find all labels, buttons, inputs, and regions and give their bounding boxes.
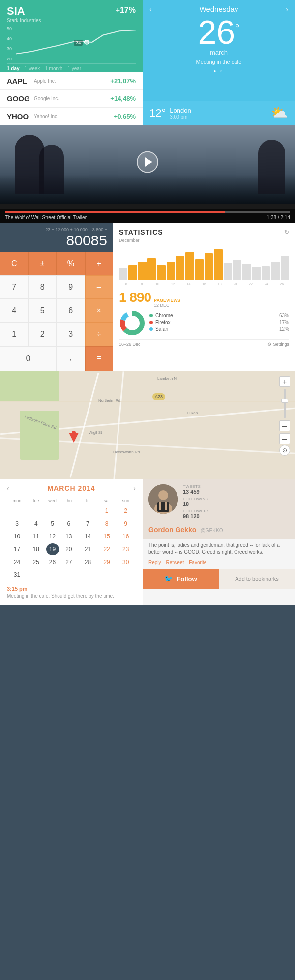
weather-small: 12° London 3:00 pm ⛅ [143,101,295,125]
calc-btn-plusminus[interactable]: ± [29,252,57,275]
map-street-label-4: Hacksworth Rd [113,450,140,454]
cal-day[interactable]: 10 [8,531,26,542]
cal-day[interactable]: 27 [60,556,78,568]
cal-day[interactable]: 17 [8,543,26,555]
cal-day-today[interactable]: 19 [46,543,59,555]
tw-follow-button[interactable]: 🐦 Follow [143,569,219,589]
cal-day[interactable]: 20 [60,543,78,555]
pageviews-date: 12 DEC [154,303,180,308]
stock-item-goog[interactable]: GOOG Google Inc. +14,48% [0,90,143,108]
map-road-2 [113,371,124,479]
cal-day[interactable]: 29 [98,556,116,568]
stock-timeframe: 1 day 1 week 1 month 1 year [7,63,136,72]
cal-day[interactable]: 4 [27,518,45,530]
calc-btn-5[interactable]: 5 [29,299,57,323]
calc-btn-comma[interactable]: , [57,346,85,371]
stock-pct-yhoo: +0,65% [114,113,136,120]
calc-btn-minus[interactable]: – [85,275,114,299]
map-zoom-out-btn-2[interactable]: – [279,433,290,444]
calc-btn-equals[interactable]: = [85,346,114,371]
cal-day[interactable]: 31 [8,569,26,581]
calc-btn-c[interactable]: C [0,252,29,275]
calc-btn-plus[interactable]: + [85,252,114,275]
bar-8 [185,252,194,280]
weather-event: Meeting in the cafe [149,59,288,65]
safari-name: Safari [155,327,168,332]
cal-day[interactable]: 3 [8,518,26,530]
stats-settings-btn[interactable]: ⚙ Settings [267,342,289,347]
chart-yaxis: 50 40 30 20 [7,26,12,61]
cal-day[interactable]: 9 [117,518,135,530]
cal-prev-btn[interactable]: ‹ [7,484,9,492]
cal-day[interactable]: 26 [46,556,59,568]
timeframe-1year[interactable]: 1 year [67,66,81,71]
calc-btn-0[interactable]: 0 [0,346,57,371]
cal-day[interactable]: 30 [117,556,135,568]
calc-btn-8[interactable]: 8 [29,275,57,299]
tw-favorite-btn[interactable]: Favorite [189,560,206,565]
calc-btn-4[interactable]: 4 [0,299,29,323]
map-zoom-out-btn-1[interactable]: – [279,420,290,431]
calc-btn-7[interactable]: 7 [0,275,29,299]
tw-bookmark-button[interactable]: Add to bookmarks [219,569,295,589]
bar-3 [138,262,147,281]
video-time: 1:38 / 2:14 [267,215,290,220]
cal-day[interactable]: 14 [79,531,97,542]
calc-btn-divide[interactable]: ÷ [85,323,114,346]
weather-small-temp: 12° [149,107,166,119]
weather-column: ‹ Wednesday › 26° march Meeting in the c… [143,0,295,125]
refresh-icon[interactable]: ↻ [284,229,289,236]
stock-item-aapl[interactable]: AAPL Apple Inc. +21,07% [0,72,143,90]
cal-day[interactable]: 5 [46,518,59,530]
cal-header-row: mon tue wed thu fri sat sun [8,497,135,504]
calc-btn-multiply[interactable]: × [85,299,114,323]
cal-day[interactable]: 28 [79,556,97,568]
calc-result: 80085 [6,232,107,249]
weather-next-btn[interactable]: › [286,5,288,13]
cal-day[interactable]: 24 [8,556,26,568]
video-player: The Wolf of Wall Street Official Trailer… [0,125,295,223]
stats-pageviews: 1 890 PAGEVIEWS 12 DEC [119,290,289,308]
timeframe-1month[interactable]: 1 month [45,66,62,71]
cal-day[interactable]: 1 [98,505,116,517]
timeframe-1week[interactable]: 1 week [25,66,40,71]
cal-day[interactable]: 18 [27,543,45,555]
cal-day[interactable]: 21 [79,543,97,555]
cal-day[interactable]: 25 [27,556,45,568]
cal-day[interactable]: 8 [98,518,116,530]
calc-btn-percent[interactable]: % [57,252,85,275]
stock-item-yhoo[interactable]: YHOO Yahoo! Inc. +0,65% [0,108,143,125]
tw-retweet-btn[interactable]: Retweet [166,560,184,565]
tw-reply-btn[interactable]: Reply [148,560,161,565]
video-progress-bar[interactable] [5,211,290,213]
cal-day[interactable]: 15 [98,531,116,542]
cal-day[interactable]: 22 [98,543,116,555]
calc-btn-2[interactable]: 2 [29,323,57,346]
cal-next-btn[interactable]: › [133,484,136,492]
cal-day[interactable]: 6 [60,518,78,530]
calc-btn-3[interactable]: 3 [57,323,85,346]
calc-btn-9[interactable]: 9 [57,275,85,299]
twitter-bird-icon: 🐦 [164,575,173,583]
map-zoom-thumb[interactable] [281,399,288,403]
stats-header: STATISTICS ↻ [119,228,289,236]
map-zoom-in-btn[interactable]: + [279,376,290,387]
bar-11 [214,249,222,280]
cal-day[interactable]: 12 [46,531,59,542]
cal-day[interactable]: 23 [117,543,135,555]
calc-btn-6[interactable]: 6 [57,299,85,323]
cal-day[interactable]: 7 [79,518,97,530]
map-location-btn[interactable]: ⊙ [279,445,290,456]
timeframe-1day[interactable]: 1 day [7,66,20,71]
cal-day[interactable]: 16 [117,531,135,542]
cal-grid: mon tue wed thu fri sat sun - - - - - 1 … [7,496,136,582]
video-play-button[interactable] [137,151,158,173]
video-progress-fill [5,211,225,213]
weather-prev-btn[interactable]: ‹ [149,5,152,13]
cal-day[interactable]: 2 [117,505,135,517]
cal-day[interactable]: 11 [27,531,45,542]
weather-nav: ‹ Wednesday › [149,5,288,13]
cal-day[interactable]: 13 [60,531,78,542]
tw-actions: Reply Retweet Favorite [143,560,295,569]
calc-btn-1[interactable]: 1 [0,323,29,346]
